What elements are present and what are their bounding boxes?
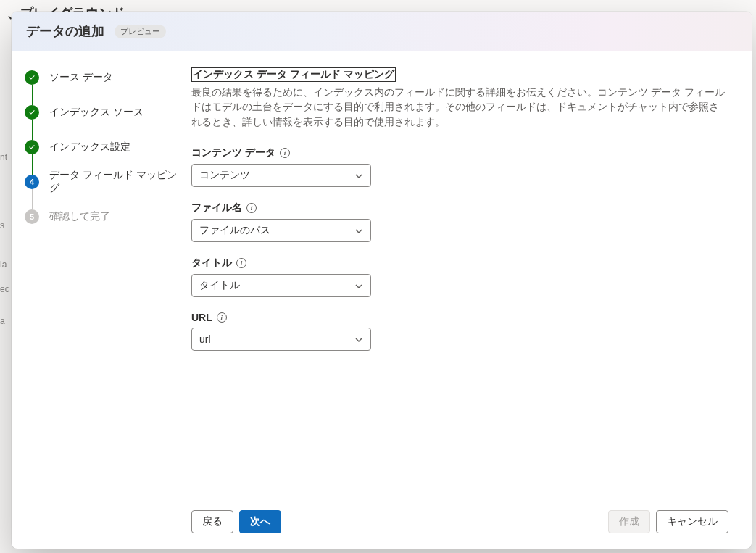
content-data-select[interactable]: コンテンツ	[191, 164, 371, 187]
field-label: ファイル名	[191, 201, 242, 215]
next-button[interactable]: 次へ	[239, 510, 281, 533]
url-select[interactable]: url	[191, 328, 371, 351]
step-number-icon: 4	[25, 175, 39, 189]
step-index-source[interactable]: インデックス ソース	[25, 104, 181, 121]
chevron-down-icon	[354, 281, 363, 290]
step-source-data[interactable]: ソース データ	[25, 69, 181, 86]
modal-footer: 戻る 次へ 作成 キャンセル	[188, 504, 731, 549]
step-label: ソース データ	[49, 71, 113, 84]
info-icon[interactable]: i	[246, 203, 257, 213]
section-title: インデックス データ フィールド マッピング	[191, 67, 396, 82]
cancel-button[interactable]: キャンセル	[656, 510, 728, 533]
field-title: タイトル i タイトル	[191, 257, 728, 297]
step-number-icon: 5	[25, 209, 39, 224]
back-button[interactable]: 戻る	[191, 510, 233, 533]
info-icon[interactable]: i	[280, 148, 290, 158]
step-label: 確認して完了	[49, 210, 110, 223]
filename-select[interactable]: ファイルのパス	[191, 219, 371, 242]
select-value: タイトル	[199, 279, 240, 292]
check-icon	[25, 140, 39, 154]
field-content-data: コンテンツ データ i コンテンツ	[191, 146, 728, 187]
chevron-down-icon	[354, 171, 363, 180]
title-select[interactable]: タイトル	[191, 274, 371, 297]
field-url: URL i url	[191, 312, 728, 351]
step-confirm[interactable]: 5 確認して完了	[25, 208, 181, 225]
modal-header: データの追加 プレビュー	[12, 12, 752, 51]
background-left-fragments: nt s la ec a	[0, 145, 9, 333]
step-label: インデックス設定	[49, 141, 130, 154]
chevron-down-icon	[354, 335, 363, 344]
create-button: 作成	[608, 510, 650, 533]
wizard-stepper: ソース データ インデックス ソース インデックス設定 4 データ フィールド …	[12, 51, 188, 549]
section-description: 最良の結果を得るために、インデックス内のフィールドに関する詳細をお伝えください。…	[191, 85, 728, 129]
select-value: url	[199, 333, 211, 345]
info-icon[interactable]: i	[236, 258, 246, 268]
preview-badge: プレビュー	[115, 25, 166, 38]
chevron-down-icon	[354, 226, 363, 235]
modal-title: データの追加	[26, 22, 104, 40]
field-label: コンテンツ データ	[191, 146, 275, 159]
select-value: コンテンツ	[199, 169, 250, 182]
step-index-settings[interactable]: インデックス設定	[25, 138, 181, 156]
field-filename: ファイル名 i ファイルのパス	[191, 201, 728, 242]
check-icon	[25, 70, 39, 85]
check-icon	[25, 105, 39, 120]
field-label: URL	[191, 312, 212, 323]
info-icon[interactable]: i	[217, 312, 227, 323]
step-label: インデックス ソース	[49, 106, 144, 119]
step-data-field-mapping[interactable]: 4 データ フィールド マッピング	[25, 173, 181, 191]
field-label: タイトル	[191, 257, 232, 270]
add-data-modal: データの追加 プレビュー ソース データ インデックス ソース インデックス設定…	[12, 12, 752, 549]
select-value: ファイルのパス	[199, 224, 270, 237]
